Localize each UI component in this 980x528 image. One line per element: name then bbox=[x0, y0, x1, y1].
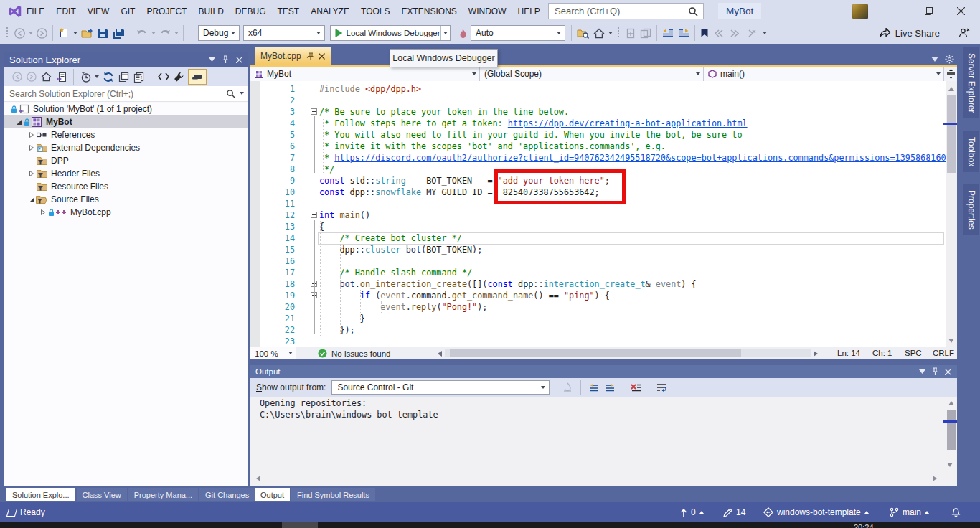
code-line-17[interactable]: 17 /* Handle slash command */ bbox=[250, 267, 946, 278]
fold-collapse-icon[interactable] bbox=[311, 212, 317, 218]
tab-list-dropdown-icon[interactable] bbox=[931, 57, 938, 62]
menu-file[interactable]: FILE bbox=[27, 6, 44, 16]
tree-expander-icon[interactable] bbox=[14, 118, 23, 126]
code-line-3[interactable]: 3/* Be sure to place your token in the l… bbox=[250, 106, 946, 118]
code-line-20[interactable]: 20 event.reply("Pong!"); bbox=[250, 301, 946, 313]
split-window-handle[interactable] bbox=[944, 67, 957, 81]
redo-button[interactable] bbox=[157, 24, 173, 42]
document-tab-mybot-cpp[interactable]: MyBot.cpp bbox=[255, 47, 331, 65]
se-filter-dropdown[interactable] bbox=[95, 75, 99, 80]
code-line-18[interactable]: 18 bot.on_interaction_create([](const dp… bbox=[250, 278, 946, 290]
hot-reload-icon[interactable] bbox=[456, 24, 470, 42]
navigate-back-button[interactable] bbox=[12, 24, 27, 42]
outgoing-commits-button[interactable]: 0 bbox=[680, 502, 704, 522]
tree-expander-icon[interactable] bbox=[27, 131, 36, 139]
word-wrap-button[interactable] bbox=[654, 379, 670, 396]
window-position-dropdown-icon[interactable] bbox=[209, 57, 215, 62]
pending-changes-button[interactable]: 14 bbox=[723, 502, 745, 522]
nav-member-combo[interactable]: main() bbox=[704, 67, 944, 81]
code-line-14[interactable]: 14 /* Create bot cluster */ bbox=[250, 232, 946, 244]
solution-name-chip[interactable]: MyBot bbox=[718, 3, 761, 19]
panel-tab-property-mana[interactable]: Property Mana... bbox=[128, 488, 198, 501]
tab-pin-icon[interactable] bbox=[306, 52, 314, 60]
code-line-22[interactable]: 22 }); bbox=[250, 324, 946, 336]
output-hscroll-right-arrow[interactable] bbox=[933, 476, 937, 481]
previous-message-button[interactable] bbox=[586, 379, 602, 396]
output-scroll-down-arrow[interactable] bbox=[947, 463, 953, 467]
solution-explorer-title-bar[interactable]: Solution Explorer bbox=[4, 52, 248, 67]
clear-bookmarks-button[interactable] bbox=[743, 24, 758, 42]
output-source-combo[interactable]: Source Control - Git bbox=[331, 380, 550, 395]
vscroll-thumb[interactable] bbox=[947, 95, 956, 173]
panel-tab-git-changes[interactable]: Git Changes bbox=[199, 488, 255, 501]
hot-reload-combo[interactable]: Auto bbox=[471, 25, 565, 41]
tree-item-mybot[interactable]: MyBot bbox=[4, 116, 248, 128]
output-tab-output[interactable]: Output bbox=[255, 488, 290, 501]
fold-collapse-icon[interactable] bbox=[311, 108, 317, 115]
navigate-back-dropdown[interactable] bbox=[29, 32, 33, 37]
se-preview-selected-toggle[interactable] bbox=[188, 69, 207, 85]
line-ending-indicator[interactable]: CRLF bbox=[933, 349, 954, 357]
code-line-19[interactable]: 19 if (event.command.get_command_name() … bbox=[250, 290, 946, 301]
tree-expander-icon[interactable] bbox=[27, 143, 36, 152]
toolbar-drag-grip[interactable] bbox=[6, 27, 9, 39]
se-sync-with-active-document-button[interactable] bbox=[54, 68, 69, 85]
decrease-indent-button[interactable] bbox=[660, 24, 676, 42]
panel-tab-solution-explo[interactable]: Solution Explo... bbox=[6, 488, 75, 501]
output-tab-find-symbol-results[interactable]: Find Symbol Results bbox=[291, 488, 375, 501]
menu-project[interactable]: PROJECT bbox=[146, 6, 187, 16]
menu-analyze[interactable]: ANALYZE bbox=[311, 6, 349, 16]
solution-explorer-search-box[interactable]: Search Solution Explorer (Ctrl+;) bbox=[4, 86, 248, 102]
se-back-button[interactable] bbox=[10, 68, 24, 85]
menu-build[interactable]: BUILD bbox=[198, 6, 223, 16]
clear-all-button[interactable] bbox=[628, 379, 644, 396]
maximize-button[interactable] bbox=[916, 0, 941, 22]
tree-expander-icon[interactable] bbox=[39, 208, 47, 217]
toolbar-drag-grip-2[interactable] bbox=[617, 27, 621, 39]
tree-item-references[interactable]: References bbox=[4, 128, 248, 141]
open-file-button[interactable] bbox=[79, 24, 95, 42]
nav-project-combo[interactable]: MyBot bbox=[250, 67, 480, 81]
scroll-down-arrow[interactable] bbox=[948, 339, 954, 343]
start-debugging-button[interactable]: Local Windows Debugger bbox=[330, 25, 451, 41]
undo-button[interactable] bbox=[134, 24, 150, 42]
panel-tab-class-view[interactable]: Class View bbox=[77, 488, 127, 501]
notifications-bell-button[interactable] bbox=[951, 502, 961, 522]
toolbar-overflow-dropdown[interactable] bbox=[763, 32, 767, 37]
se-home-button[interactable] bbox=[39, 68, 54, 85]
close-button[interactable] bbox=[948, 0, 973, 22]
user-avatar[interactable] bbox=[852, 4, 868, 19]
output-close-icon[interactable] bbox=[945, 369, 951, 375]
new-project-dropdown[interactable] bbox=[73, 32, 77, 37]
find-message-button[interactable] bbox=[560, 379, 575, 396]
code-line-2[interactable]: 2 bbox=[250, 95, 946, 106]
output-content[interactable]: Opening repositories: C:\Users\brain\win… bbox=[250, 397, 957, 486]
code-text-area[interactable]: 1#include <dpp/dpp.h>23/* Be sure to pla… bbox=[250, 81, 946, 347]
tree-item-resource-files[interactable]: Resource Files bbox=[4, 180, 248, 193]
editor-vertical-scrollbar[interactable] bbox=[946, 81, 957, 347]
repository-button[interactable]: windows-bot-template bbox=[763, 502, 869, 522]
next-bookmark-button[interactable] bbox=[727, 24, 743, 42]
side-tab-toolbox[interactable]: Toolbox bbox=[963, 131, 979, 172]
menu-debug[interactable]: DEBUG bbox=[235, 6, 266, 16]
close-panel-icon[interactable] bbox=[236, 57, 242, 63]
scroll-up-arrow[interactable] bbox=[948, 87, 954, 91]
next-message-button[interactable] bbox=[602, 379, 618, 396]
tree-item-dpp[interactable]: DPP bbox=[4, 154, 248, 167]
tree-item-header-files[interactable]: Header Files bbox=[4, 167, 248, 180]
feedback-icon[interactable] bbox=[958, 27, 970, 39]
find-in-files-button[interactable] bbox=[575, 24, 591, 42]
menu-extensions[interactable]: EXTENSIONS bbox=[401, 6, 456, 16]
code-line-13[interactable]: 13{ bbox=[250, 221, 946, 232]
toggle-bookmark-button[interactable] bbox=[698, 24, 711, 42]
background-tasks-icon[interactable] bbox=[6, 509, 17, 517]
code-editor[interactable]: 1#include <dpp/dpp.h>23/* Be sure to pla… bbox=[250, 81, 957, 347]
code-line-5[interactable]: 5 * You will also need to fill in your g… bbox=[250, 129, 946, 141]
output-pin-icon[interactable] bbox=[932, 367, 938, 376]
menu-view[interactable]: VIEW bbox=[88, 6, 110, 16]
home-button[interactable] bbox=[591, 24, 607, 42]
menu-git[interactable]: GIT bbox=[121, 6, 135, 16]
tree-item-external-dependencies[interactable]: External Dependencies bbox=[4, 141, 248, 154]
se-collapse-all-button[interactable] bbox=[116, 68, 131, 85]
home-dropdown[interactable] bbox=[608, 32, 613, 37]
